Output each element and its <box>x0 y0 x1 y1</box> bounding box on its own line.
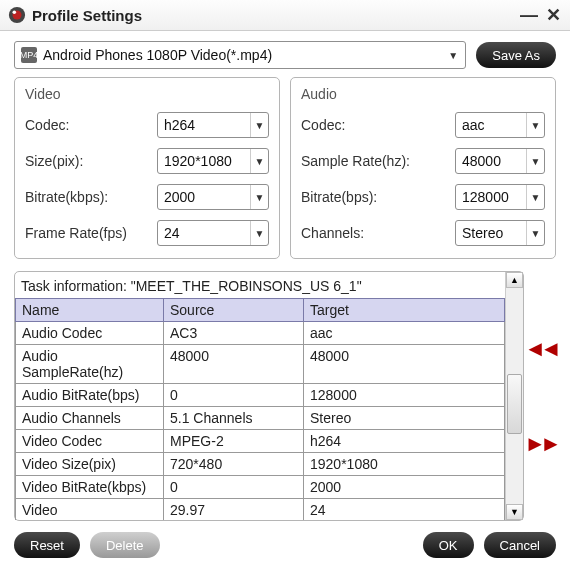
video-panel: Video Codec: h264▼ Size(pix): 1920*1080▼… <box>14 77 280 259</box>
video-bitrate-label: Bitrate(kbps): <box>25 189 157 205</box>
task-table: Name Source Target Audio CodecAC3aacAudi… <box>15 298 505 520</box>
scroll-down-icon[interactable]: ▼ <box>506 504 523 520</box>
scroll-up-icon[interactable]: ▲ <box>506 272 523 288</box>
svg-point-2 <box>13 11 17 15</box>
title-bar: Profile Settings — ✕ <box>0 0 570 31</box>
table-cell: 2000 <box>304 476 505 499</box>
audio-codec-label: Codec: <box>301 117 455 133</box>
table-cell: Audio Codec <box>16 322 164 345</box>
video-size-dropdown[interactable]: 1920*1080▼ <box>157 148 269 174</box>
reset-button[interactable]: Reset <box>14 532 80 558</box>
table-row: Audio BitRate(bps)0128000 <box>16 384 505 407</box>
chevron-down-icon: ▼ <box>526 221 544 245</box>
table-cell: 0 <box>164 384 304 407</box>
table-row: Video29.9724 <box>16 499 505 521</box>
table-row: Audio SampleRate(hz)4800048000 <box>16 345 505 384</box>
chevron-down-icon: ▼ <box>526 149 544 173</box>
window-title: Profile Settings <box>32 7 514 24</box>
audio-heading: Audio <box>301 86 545 102</box>
cancel-button[interactable]: Cancel <box>484 532 556 558</box>
audio-codec-dropdown[interactable]: aac▼ <box>455 112 545 138</box>
table-row: Video BitRate(kbps)02000 <box>16 476 505 499</box>
profile-bar: MP4 Android Phones 1080P Video(*.mp4) ▼ … <box>0 31 570 77</box>
chevron-down-icon: ▼ <box>526 113 544 137</box>
table-cell: Audio SampleRate(hz) <box>16 345 164 384</box>
table-cell: 0 <box>164 476 304 499</box>
table-cell: 128000 <box>304 384 505 407</box>
table-cell: 29.97 <box>164 499 304 521</box>
table-cell: aac <box>304 322 505 345</box>
table-cell: 720*480 <box>164 453 304 476</box>
table-cell: Video Size(pix) <box>16 453 164 476</box>
table-row: Audio CodecAC3aac <box>16 322 505 345</box>
prev-task-button[interactable]: ◄◄ <box>524 338 556 360</box>
profile-dropdown[interactable]: MP4 Android Phones 1080P Video(*.mp4) ▼ <box>14 41 466 69</box>
audio-samplerate-label: Sample Rate(hz): <box>301 153 455 169</box>
vertical-scrollbar[interactable]: ▲ ▼ <box>505 272 523 520</box>
video-framerate-label: Frame Rate(fps) <box>25 225 157 241</box>
table-cell: Stereo <box>304 407 505 430</box>
col-name-header: Name <box>16 299 164 322</box>
video-heading: Video <box>25 86 269 102</box>
footer-bar: Reset Delete OK Cancel <box>0 522 570 570</box>
chevron-down-icon: ▼ <box>250 149 268 173</box>
close-button[interactable]: ✕ <box>544 4 562 26</box>
table-cell: Audio BitRate(bps) <box>16 384 164 407</box>
chevron-down-icon: ▼ <box>250 185 268 209</box>
table-cell: 24 <box>304 499 505 521</box>
ok-button[interactable]: OK <box>423 532 474 558</box>
table-cell: 48000 <box>304 345 505 384</box>
table-cell: Video <box>16 499 164 521</box>
audio-panel: Audio Codec: aac▼ Sample Rate(hz): 48000… <box>290 77 556 259</box>
video-framerate-dropdown[interactable]: 24▼ <box>157 220 269 246</box>
video-bitrate-dropdown[interactable]: 2000▼ <box>157 184 269 210</box>
delete-button[interactable]: Delete <box>90 532 160 558</box>
table-cell: AC3 <box>164 322 304 345</box>
audio-bitrate-label: Bitrate(bps): <box>301 189 455 205</box>
table-cell: h264 <box>304 430 505 453</box>
chevron-down-icon: ▼ <box>526 185 544 209</box>
audio-samplerate-dropdown[interactable]: 48000▼ <box>455 148 545 174</box>
audio-channels-label: Channels: <box>301 225 455 241</box>
video-size-label: Size(pix): <box>25 153 157 169</box>
app-icon <box>8 6 26 24</box>
audio-channels-dropdown[interactable]: Stereo▼ <box>455 220 545 246</box>
video-codec-label: Codec: <box>25 117 157 133</box>
table-cell: Video Codec <box>16 430 164 453</box>
scroll-track[interactable] <box>506 288 523 504</box>
task-title: Task information: "MEET_THE_ROBINSONS_US… <box>15 276 505 298</box>
table-row: Audio Channels5.1 ChannelsStereo <box>16 407 505 430</box>
col-source-header: Source <box>164 299 304 322</box>
next-task-button[interactable]: ►► <box>524 433 556 455</box>
profile-name: Android Phones 1080P Video(*.mp4) <box>43 47 445 63</box>
table-row: Video Size(pix)720*4801920*1080 <box>16 453 505 476</box>
col-target-header: Target <box>304 299 505 322</box>
table-cell: 1920*1080 <box>304 453 505 476</box>
mp4-icon: MP4 <box>21 47 37 63</box>
chevron-down-icon: ▼ <box>250 221 268 245</box>
chevron-down-icon: ▼ <box>250 113 268 137</box>
audio-bitrate-dropdown[interactable]: 128000▼ <box>455 184 545 210</box>
nav-arrows: ◄◄ ►► <box>524 271 556 521</box>
table-cell: 5.1 Channels <box>164 407 304 430</box>
table-cell: Video BitRate(kbps) <box>16 476 164 499</box>
chevron-down-icon: ▼ <box>445 50 461 61</box>
scroll-thumb[interactable] <box>507 374 522 434</box>
task-info-panel: Task information: "MEET_THE_ROBINSONS_US… <box>14 271 524 521</box>
save-as-button[interactable]: Save As <box>476 42 556 68</box>
table-cell: 48000 <box>164 345 304 384</box>
minimize-button[interactable]: — <box>520 5 538 26</box>
table-row: Video CodecMPEG-2h264 <box>16 430 505 453</box>
table-cell: MPEG-2 <box>164 430 304 453</box>
video-codec-dropdown[interactable]: h264▼ <box>157 112 269 138</box>
table-cell: Audio Channels <box>16 407 164 430</box>
